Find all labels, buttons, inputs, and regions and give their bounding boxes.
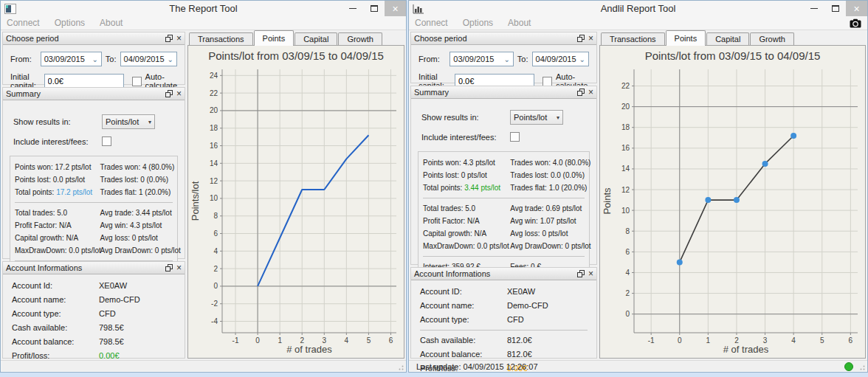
svg-text:20: 20: [621, 103, 630, 111]
svg-text:-1: -1: [232, 336, 239, 345]
svg-text:14: 14: [621, 165, 630, 173]
stat-value: Avg DrawDown: 0 pts/lot: [100, 244, 173, 257]
from-label: From:: [418, 55, 446, 63]
chevron-down-icon: ⌄: [500, 55, 509, 63]
maximize-icon: [832, 5, 839, 12]
account-info-row: Account Id:XE0AW: [3, 279, 185, 293]
tab-capital[interactable]: Capital: [706, 32, 749, 46]
svg-text:4: 4: [625, 269, 630, 277]
float-panel-icon[interactable]: [577, 35, 585, 42]
svg-text:# of trades: # of trades: [286, 344, 332, 355]
initial-capital-input[interactable]: [44, 74, 124, 89]
svg-text:12: 12: [210, 177, 218, 185]
close-panel-icon[interactable]: ×: [176, 89, 182, 98]
summary-stat-row: MaxDrawDown: 0.0 pts/lotAvg DrawDown: 0 …: [15, 244, 173, 257]
account-field-label: Account balance:: [12, 335, 99, 349]
stat-value: Trades flat: 1 (20.0%): [100, 186, 173, 198]
stat-value: Trades lost: 0.0 (0.0%): [510, 169, 585, 181]
chart-tabs: TransactionsPointsCapitalGrowth: [187, 32, 404, 46]
svg-text:1: 1: [706, 336, 711, 345]
account-info-row: Account type:CFD: [411, 313, 596, 327]
resize-grip[interactable]: [396, 363, 404, 370]
close-button[interactable]: ×: [846, 1, 867, 16]
close-panel-icon[interactable]: ×: [176, 263, 182, 272]
svg-text:1: 1: [278, 336, 282, 345]
account-field-value: CFD: [507, 313, 588, 327]
svg-text:2: 2: [625, 289, 630, 297]
show-results-select[interactable]: Points/lot▾: [102, 114, 155, 129]
svg-text:22: 22: [621, 82, 630, 90]
chevron-down-icon: ▾: [557, 114, 559, 121]
panel-title: Choose period: [414, 34, 467, 43]
summary-stat-row: Total points: 3.44 pts/lotTrades flat: 1…: [423, 181, 585, 194]
close-panel-icon[interactable]: ×: [588, 34, 593, 43]
camera-icon: [850, 18, 861, 28]
maximize-button[interactable]: [363, 1, 385, 16]
stat-value: Avg win: 4.3 pts/lot: [100, 219, 173, 232]
minimize-button[interactable]: [342, 1, 363, 16]
panel-title: Account Informations: [414, 269, 490, 278]
menu-about[interactable]: About: [100, 18, 123, 28]
account-field-value: Demo-CFD: [99, 293, 176, 307]
float-panel-icon[interactable]: [165, 264, 173, 271]
include-interest-checkbox[interactable]: [510, 132, 520, 142]
menu-bar: ConnectOptionsAbout: [409, 16, 867, 30]
tab-growth[interactable]: Growth: [750, 32, 793, 46]
svg-text:Points: Points: [602, 187, 613, 215]
float-panel-icon[interactable]: [165, 35, 173, 42]
account-info-row: Account ID:XE0AW: [411, 285, 596, 299]
points-chart-panel: Points/lot from 03/09/15 to 04/09/15 -10…: [599, 45, 866, 359]
from-date-select[interactable]: 03/09/2015⌄: [41, 52, 102, 66]
stat-value: Trades won: 4 (80.0%): [100, 161, 173, 173]
minimize-icon: [810, 8, 818, 9]
account-info-row: Account type:CFD: [3, 307, 185, 321]
menu-connect[interactable]: Connect: [7, 18, 40, 28]
minimize-button[interactable]: [803, 1, 824, 16]
include-interest-checkbox[interactable]: [102, 136, 111, 146]
svg-text:14: 14: [210, 159, 218, 167]
menu-options[interactable]: Options: [55, 18, 85, 28]
float-panel-icon[interactable]: [577, 270, 585, 277]
maximize-button[interactable]: [824, 1, 846, 16]
tab-points[interactable]: Points: [254, 30, 294, 46]
to-date-select[interactable]: 04/09/2015⌄: [532, 52, 589, 66]
tab-capital[interactable]: Capital: [294, 32, 337, 46]
menu-options[interactable]: Options: [463, 18, 493, 28]
close-panel-icon[interactable]: ×: [588, 269, 593, 278]
summary-stat-row: Profit Factor: N/AAvg win: 1.07 pts/lot: [423, 215, 585, 227]
svg-text:10: 10: [210, 194, 218, 202]
stat-value: Profit Factor: N/A: [15, 219, 100, 232]
stat-value: Points lost: 0 pts/lot: [423, 169, 510, 181]
float-panel-icon[interactable]: [165, 90, 173, 97]
minimize-icon: [349, 8, 356, 9]
tab-transactions[interactable]: Transactions: [189, 32, 253, 46]
from-date-select[interactable]: 03/09/2015⌄: [450, 52, 514, 66]
show-results-label: Show results in:: [421, 113, 510, 122]
to-date-select[interactable]: 04/09/2015⌄: [120, 52, 177, 66]
svg-text:16: 16: [621, 144, 630, 152]
tab-transactions[interactable]: Transactions: [601, 32, 665, 46]
titlebar[interactable]: The Report Tool ×: [1, 1, 406, 16]
tab-points[interactable]: Points: [666, 30, 706, 46]
close-panel-icon[interactable]: ×: [588, 88, 593, 97]
close-button[interactable]: ×: [385, 1, 406, 16]
show-results-select[interactable]: Points/lot▾: [510, 110, 563, 125]
stat-value: Capital growth: N/A: [423, 227, 510, 240]
resize-grip[interactable]: [858, 363, 865, 370]
include-interest-label: Include interest/fees:: [421, 133, 510, 142]
titlebar[interactable]: Andlil Report Tool ×: [409, 1, 867, 16]
tab-growth[interactable]: Growth: [338, 32, 382, 46]
chevron-down-icon: ⌄: [89, 55, 97, 63]
menu-connect[interactable]: Connect: [415, 18, 448, 28]
float-panel-icon[interactable]: [577, 89, 585, 96]
menu-about[interactable]: About: [508, 18, 531, 28]
panel-title: Account Informations: [6, 263, 82, 272]
close-icon: ×: [853, 4, 859, 14]
close-panel-icon[interactable]: ×: [176, 34, 182, 43]
chevron-down-icon: ▾: [148, 119, 151, 125]
account-field-label: Account ID:: [420, 285, 507, 299]
auto-calculate-checkbox[interactable]: [132, 77, 142, 86]
chevron-down-icon: ⌄: [165, 55, 173, 63]
screenshot-button[interactable]: [850, 18, 861, 28]
auto-calculate-checkbox[interactable]: [542, 77, 552, 86]
